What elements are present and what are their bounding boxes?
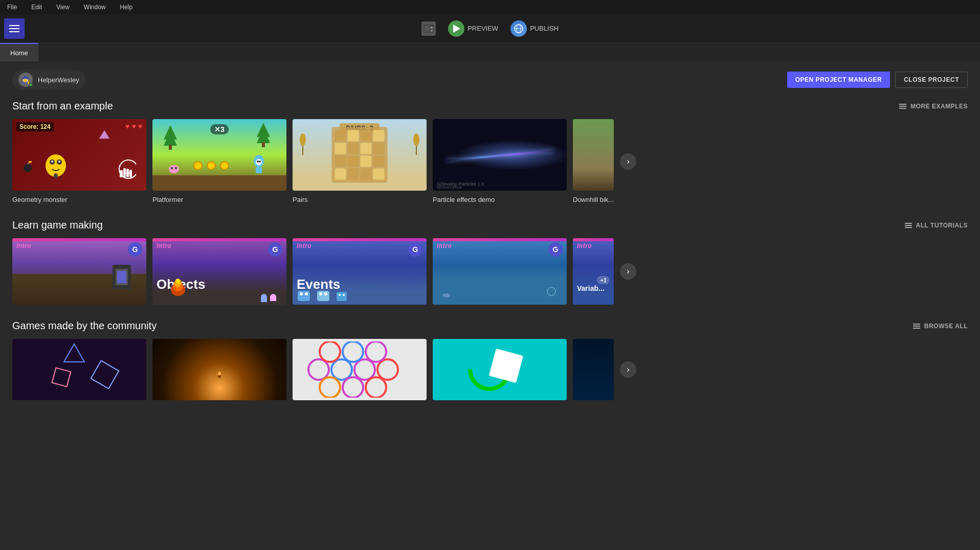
events-chars bbox=[293, 271, 427, 302]
example-geometry-monster[interactable]: Score: 124 ♥ ♥ ♥ bbox=[12, 119, 146, 204]
cell bbox=[373, 156, 385, 167]
svg-marker-56 bbox=[64, 344, 84, 362]
menu-help[interactable]: Help bbox=[117, 3, 136, 12]
user-name: HelperWesley bbox=[38, 76, 79, 84]
tutorials-title: Learn game making bbox=[12, 219, 103, 231]
svg-rect-72 bbox=[489, 349, 523, 383]
tutorial-layout[interactable]: Intro Layout G bbox=[12, 238, 146, 305]
svg-rect-57 bbox=[52, 368, 71, 387]
jumpstart-thumb: Intro Jumpstart G bbox=[433, 238, 567, 305]
svg-point-13 bbox=[54, 173, 58, 178]
more-examples-link[interactable]: MORE EXAMPLES bbox=[899, 103, 968, 110]
svg-point-51 bbox=[339, 294, 341, 296]
comm1-bg bbox=[12, 339, 146, 400]
examples-next-arrow[interactable]: › bbox=[620, 153, 636, 170]
toolbar: PREVIEW PUBLISH bbox=[0, 14, 980, 43]
comm1-thumb bbox=[12, 339, 146, 400]
svg-point-48 bbox=[319, 292, 322, 295]
browse-all-label: BROWSE ALL bbox=[924, 323, 968, 330]
publish-button[interactable]: PUBLISH bbox=[510, 20, 559, 37]
cell bbox=[361, 156, 372, 167]
pairs-grid bbox=[332, 127, 388, 183]
menu-edit[interactable]: Edit bbox=[28, 3, 45, 12]
tutorial-jumpstart[interactable]: Intro Jumpstart G bbox=[433, 238, 567, 305]
open-project-manager-button[interactable]: OPEN PROJECT MANAGER bbox=[787, 72, 890, 88]
publish-label: PUBLISH bbox=[530, 25, 559, 32]
browse-all-link[interactable]: BROWSE ALL bbox=[913, 323, 968, 330]
user-online-dot bbox=[29, 83, 33, 87]
hamburger-button[interactable] bbox=[4, 18, 25, 39]
examples-title: Start from an example bbox=[12, 100, 113, 112]
svg-rect-1 bbox=[425, 26, 430, 32]
list-icon bbox=[899, 104, 906, 109]
menu-view[interactable]: View bbox=[53, 3, 73, 12]
svg-point-31 bbox=[259, 161, 261, 163]
tutorials-next-arrow[interactable]: › bbox=[620, 263, 636, 280]
tutorials-row: Intro Layout G bbox=[12, 238, 968, 305]
community-list-icon bbox=[913, 324, 920, 329]
svg-rect-2 bbox=[431, 27, 433, 29]
svg-point-43 bbox=[176, 279, 180, 284]
platformer-label: Platformer bbox=[152, 196, 183, 203]
svg-point-29 bbox=[256, 159, 262, 165]
svg-point-63 bbox=[354, 359, 375, 380]
example-particles[interactable]: GDevelop Particles 1.0 WISHFORGE Particl… bbox=[433, 119, 567, 204]
pink-bar bbox=[152, 238, 286, 241]
menu-file[interactable]: File bbox=[4, 3, 20, 12]
community-section-header: Games made by the community BROWSE ALL bbox=[12, 320, 968, 332]
cell bbox=[373, 130, 385, 142]
community-game-2[interactable]: Stellar: 6/1 bbox=[152, 339, 286, 400]
cell bbox=[348, 156, 359, 167]
platformer-thumb: ✕3 bbox=[152, 119, 286, 191]
fire-effect bbox=[168, 272, 188, 300]
tab-home[interactable]: Home bbox=[0, 43, 38, 61]
tutorial-events[interactable]: Intro Events G bbox=[293, 238, 427, 305]
platformer-bg: ✕3 bbox=[152, 119, 286, 191]
tutorial-objects[interactable]: Intro Objects G bbox=[152, 238, 286, 305]
example-pairs[interactable]: PAIRS: 2 bbox=[293, 119, 427, 204]
menu-window[interactable]: Window bbox=[81, 3, 109, 12]
svg-rect-21 bbox=[129, 170, 132, 177]
tab-bar: Home bbox=[0, 43, 980, 61]
community-title: Games made by the community bbox=[12, 320, 157, 332]
particles-bg: GDevelop Particles 1.0 WISHFORGE bbox=[433, 119, 567, 191]
tree1 bbox=[163, 124, 178, 152]
cell bbox=[361, 143, 372, 154]
all-tutorials-link[interactable]: ALL TUTORIALS bbox=[905, 222, 968, 229]
svg-point-64 bbox=[377, 359, 398, 380]
preview-button[interactable]: PREVIEW bbox=[448, 20, 498, 37]
svg-point-37 bbox=[300, 133, 306, 146]
cell bbox=[335, 143, 346, 154]
pink-bar bbox=[293, 238, 427, 241]
device-icon bbox=[113, 265, 131, 289]
close-project-button[interactable]: CLOSE PROJECT bbox=[895, 72, 968, 88]
community-game-4[interactable] bbox=[433, 339, 567, 400]
objects-gdevelop-logo: G bbox=[268, 242, 282, 257]
geometry-thumb-bg: Score: 124 ♥ ♥ ♥ bbox=[12, 119, 146, 191]
tutorial-variables[interactable]: Intro Variab... +1 bbox=[573, 238, 614, 305]
svg-rect-18 bbox=[120, 170, 123, 177]
pink-bar bbox=[433, 238, 567, 241]
toolbar-center: PREVIEW PUBLISH bbox=[421, 20, 559, 37]
svg-point-70 bbox=[366, 377, 386, 398]
example-platformer[interactable]: ✕3 bbox=[152, 119, 286, 204]
character bbox=[43, 148, 69, 180]
community-game-5[interactable] bbox=[573, 339, 614, 400]
downhill-thumb bbox=[573, 119, 614, 191]
svg-rect-3 bbox=[431, 30, 433, 32]
user-info[interactable]: 🧙 HelperWesley bbox=[12, 70, 85, 90]
pairs-thumb: PAIRS: 2 bbox=[293, 119, 427, 191]
community-game-1[interactable] bbox=[12, 339, 146, 400]
gdevelop-logo-btn[interactable] bbox=[421, 21, 436, 36]
wishforge-sub: WISHFORGE bbox=[437, 185, 462, 190]
svg-point-67 bbox=[366, 341, 386, 362]
cell bbox=[373, 169, 385, 180]
example-downhill[interactable]: Downhill bik... bbox=[573, 119, 614, 204]
cell bbox=[373, 143, 385, 154]
community-game-3[interactable] bbox=[293, 339, 427, 400]
svg-point-12 bbox=[58, 161, 60, 163]
community-next-arrow[interactable]: › bbox=[620, 361, 636, 378]
blue-char bbox=[252, 155, 266, 175]
svg-point-14 bbox=[24, 164, 32, 172]
downhill-bg bbox=[573, 119, 614, 191]
